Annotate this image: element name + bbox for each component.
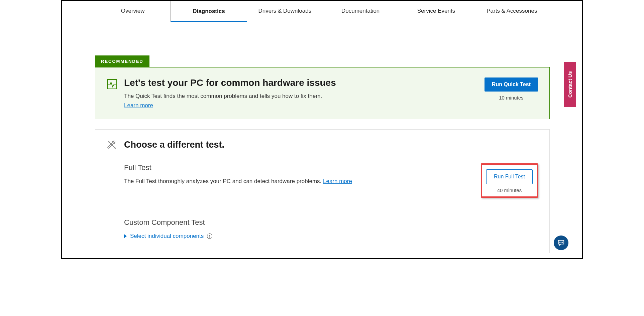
full-test-desc: The Full Test thoroughly analyzes your P…: [124, 178, 474, 185]
select-components-label: Select individual components: [130, 233, 204, 240]
recommended-desc: The Quick Test finds the most common pro…: [124, 93, 478, 100]
tools-icon: [107, 140, 117, 150]
chat-icon: [557, 239, 565, 247]
tab-nav: Overview Diagnostics Drivers & Downloads…: [95, 1, 550, 22]
tab-service-events[interactable]: Service Events: [398, 1, 474, 22]
choose-different-title: Choose a different test.: [124, 140, 538, 150]
custom-test-name: Custom Component Test: [124, 218, 538, 227]
svg-rect-2: [561, 242, 561, 243]
quick-test-duration: 10 minutes: [485, 95, 538, 101]
caret-right-icon: [124, 234, 127, 238]
tab-overview[interactable]: Overview: [95, 1, 171, 22]
tab-documentation[interactable]: Documentation: [323, 1, 398, 22]
tab-parts-accessories[interactable]: Parts & Accessories: [474, 1, 550, 22]
recommended-learn-more-link[interactable]: Learn more: [124, 102, 153, 109]
full-test-name: Full Test: [124, 163, 474, 172]
recommended-tag: RECOMMENDED: [95, 55, 149, 67]
svg-rect-3: [562, 242, 563, 243]
tab-diagnostics[interactable]: Diagnostics: [171, 1, 247, 22]
run-full-test-button[interactable]: Run Full Test: [486, 169, 533, 184]
full-test-learn-more-link[interactable]: Learn more: [323, 178, 352, 184]
chat-button[interactable]: [554, 235, 568, 250]
choose-different-test-card: Choose a different test. Full Test The F…: [95, 129, 550, 253]
recommended-card: Let's test your PC for common hardware i…: [95, 67, 550, 119]
run-full-test-highlight: Run Full Test 40 minutes: [481, 163, 538, 198]
run-quick-test-button[interactable]: Run Quick Test: [485, 77, 538, 92]
contact-us-tab[interactable]: Contact Us: [564, 62, 576, 107]
full-test-duration: 40 minutes: [486, 187, 533, 193]
heartbeat-icon: [107, 79, 117, 90]
info-icon[interactable]: !: [207, 233, 212, 239]
tab-drivers-downloads[interactable]: Drivers & Downloads: [247, 1, 323, 22]
svg-rect-1: [559, 242, 560, 243]
recommended-title: Let's test your PC for common hardware i…: [124, 77, 478, 88]
select-components-link[interactable]: Select individual components !: [124, 233, 538, 240]
